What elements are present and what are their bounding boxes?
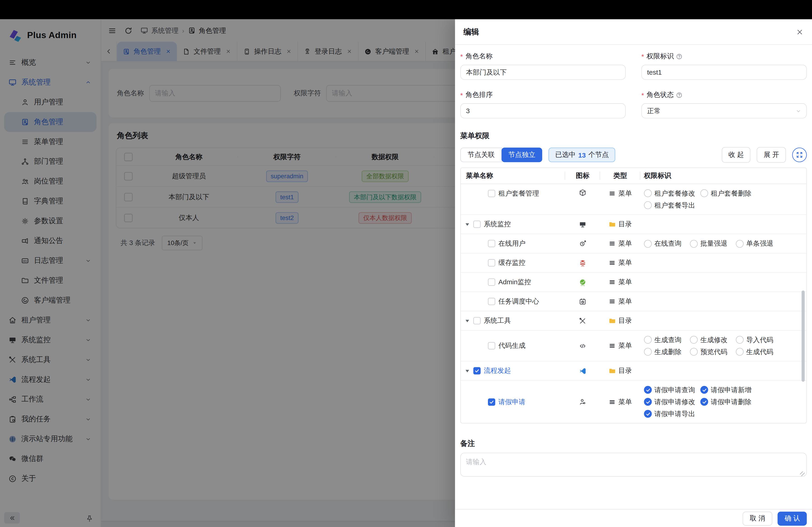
code-icon bbox=[579, 342, 587, 350]
question-icon[interactable] bbox=[676, 53, 683, 60]
field-label: * 角色名称 bbox=[460, 51, 626, 61]
tree-name-cell: 代码生成 bbox=[461, 341, 565, 350]
perm-item[interactable]: 导入代码 bbox=[736, 334, 782, 345]
perm-item[interactable]: 在线查询 bbox=[644, 238, 690, 249]
perm-item[interactable]: 租户套餐导出 bbox=[644, 200, 700, 211]
fullscreen-icon bbox=[796, 151, 803, 159]
segment-node-independent[interactable]: 节点独立 bbox=[502, 148, 542, 162]
perm-item[interactable]: 请假申请删除 bbox=[700, 396, 757, 407]
perm-checkbox[interactable] bbox=[644, 336, 652, 344]
perm-item[interactable]: 请假申请查询 bbox=[644, 384, 700, 395]
resize-grip-icon[interactable] bbox=[800, 471, 805, 476]
perm-item[interactable]: 请假申请修改 bbox=[644, 396, 700, 407]
perm-item[interactable]: 预览代码 bbox=[690, 346, 736, 357]
remark-textarea[interactable] bbox=[460, 453, 807, 477]
perm-checkbox[interactable] bbox=[644, 386, 652, 394]
perm-checkbox[interactable] bbox=[690, 348, 698, 356]
tree-node-checkbox[interactable] bbox=[473, 221, 480, 228]
tree-row-system-tools: 系统工具目录 bbox=[461, 311, 806, 331]
tree-name-cell: 请假申请 bbox=[461, 397, 565, 407]
tree-icon-cell bbox=[565, 317, 600, 325]
tree-node-checkbox[interactable] bbox=[488, 398, 495, 405]
modal-overlay[interactable] bbox=[0, 19, 455, 527]
tree-scrollbar-thumb[interactable] bbox=[802, 290, 805, 382]
perm-checkbox[interactable] bbox=[644, 240, 652, 247]
remark-field bbox=[460, 453, 807, 479]
role-sort-field[interactable] bbox=[460, 103, 626, 118]
tree-node-checkbox[interactable] bbox=[488, 259, 495, 267]
tree-type-label: 菜单 bbox=[619, 277, 632, 287]
perm-item[interactable]: 生成删除 bbox=[644, 346, 690, 357]
perm-key-field[interactable] bbox=[641, 65, 807, 80]
perm-checkbox[interactable] bbox=[690, 336, 698, 344]
perm-checkbox[interactable] bbox=[700, 189, 708, 197]
segment-node-linked[interactable]: 节点关联 bbox=[460, 148, 502, 162]
tree-column-header: 图标 bbox=[565, 168, 600, 183]
redis-icon: redis bbox=[579, 259, 587, 267]
tree-perms-cell: 生成查询生成修改导入代码生成删除预览代码生成代码 bbox=[640, 331, 806, 361]
list-bars-icon bbox=[609, 259, 616, 267]
selected-count-badge[interactable]: 已选中 13 个节点 bbox=[549, 148, 615, 162]
perm-checkbox[interactable] bbox=[644, 348, 652, 356]
tree-node-checkbox[interactable] bbox=[473, 367, 480, 374]
caret-down-icon[interactable] bbox=[464, 368, 470, 374]
perm-item[interactable]: 生成修改 bbox=[690, 334, 736, 345]
perm-checkbox[interactable] bbox=[736, 240, 744, 247]
tree-perms-cell bbox=[640, 367, 806, 374]
perm-item[interactable]: 批量强退 bbox=[690, 238, 736, 249]
tree-node-checkbox[interactable] bbox=[488, 342, 495, 349]
chevron-down-icon bbox=[795, 108, 802, 114]
perm-checkbox[interactable] bbox=[644, 410, 652, 418]
perm-item[interactable]: 请假申请导出 bbox=[644, 408, 700, 420]
tree-type-cell: 目录 bbox=[600, 316, 640, 326]
tree-icon-cell bbox=[565, 298, 600, 305]
tree-name-cell: 系统工具 bbox=[461, 316, 565, 326]
role-status-select[interactable]: 正常 bbox=[641, 103, 807, 118]
tree-icon-cell bbox=[565, 240, 600, 247]
question-icon[interactable] bbox=[676, 91, 683, 98]
collapse-all-button[interactable]: 收 起 bbox=[722, 147, 751, 163]
perm-checkbox[interactable] bbox=[644, 398, 652, 406]
tree-type-cell: 菜单 bbox=[600, 277, 640, 287]
perm-checkbox[interactable] bbox=[690, 240, 698, 247]
perm-item[interactable]: 单条强退 bbox=[736, 238, 782, 249]
perm-label: 生成查询 bbox=[654, 335, 681, 345]
caret-down-icon[interactable] bbox=[464, 318, 470, 323]
cancel-button[interactable]: 取 消 bbox=[742, 511, 772, 525]
tree-node-label: 代码生成 bbox=[498, 341, 525, 350]
close-icon[interactable] bbox=[796, 28, 804, 36]
caret-down-icon[interactable] bbox=[464, 221, 470, 227]
fullscreen-button[interactable] bbox=[792, 148, 807, 162]
perm-item[interactable]: 租户套餐修改 bbox=[644, 188, 700, 199]
perm-checkbox[interactable] bbox=[736, 348, 744, 356]
perm-item[interactable]: 租户套餐删除 bbox=[700, 188, 757, 199]
form-row-1: * 角色名称 * 权限标识 bbox=[460, 51, 807, 80]
confirm-button[interactable]: 确 认 bbox=[778, 511, 807, 525]
tree-node-checkbox[interactable] bbox=[488, 298, 495, 305]
tree-node-checkbox[interactable] bbox=[488, 278, 495, 286]
tree-node-checkbox[interactable] bbox=[473, 317, 480, 325]
tree-perms-cell: 租户套餐修改租户套餐删除租户套餐导出 bbox=[640, 184, 806, 214]
field-label-text: 角色排序 bbox=[466, 90, 493, 100]
perm-checkbox[interactable] bbox=[644, 189, 652, 197]
perm-item[interactable]: 生成查询 bbox=[644, 334, 690, 345]
tree-node-checkbox[interactable] bbox=[488, 240, 495, 247]
perm-checkbox[interactable] bbox=[736, 336, 744, 344]
tree-node-label: Admin监控 bbox=[498, 277, 531, 287]
tree-row-admin-monitor: Admin监控spring菜单 bbox=[461, 273, 806, 292]
tree-column-header: 菜单名称 bbox=[461, 168, 565, 183]
tree-column-header: 权限标识 bbox=[640, 168, 806, 183]
perm-checkbox[interactable] bbox=[700, 386, 708, 394]
expand-all-button[interactable]: 展 开 bbox=[757, 147, 786, 163]
menu-perm-title: 菜单权限 bbox=[460, 132, 807, 141]
role-name-field[interactable] bbox=[460, 65, 626, 80]
perm-item[interactable]: 请假申请新增 bbox=[700, 384, 757, 395]
perm-checkbox[interactable] bbox=[700, 398, 708, 406]
perm-checkbox[interactable] bbox=[644, 201, 652, 209]
tree-node-checkbox[interactable] bbox=[488, 190, 495, 197]
tree-icon-cell bbox=[565, 398, 600, 406]
selected-prefix: 已选中 bbox=[555, 150, 576, 160]
perm-item[interactable]: 生成代码 bbox=[736, 346, 782, 357]
tree-type-cell: 菜单 bbox=[600, 189, 640, 198]
perm-label: 批量强退 bbox=[700, 239, 727, 249]
